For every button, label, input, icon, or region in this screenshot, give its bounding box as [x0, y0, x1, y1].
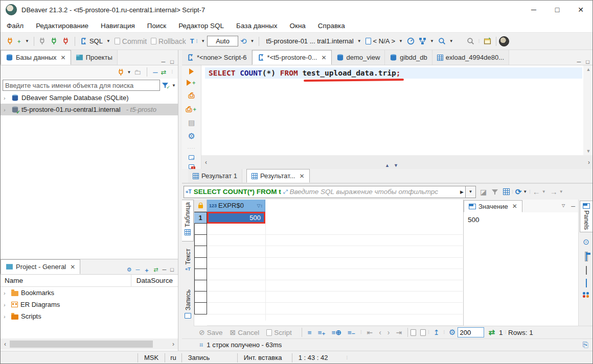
menu-edit[interactable]: Редактирование — [36, 22, 88, 30]
value-panel-toggle-icon[interactable] — [585, 252, 588, 261]
chevron-down-icon[interactable]: ▼ — [559, 189, 563, 194]
cancel-button[interactable]: ⊠ Cancel — [230, 328, 260, 336]
aggregate-panel-icon[interactable] — [586, 279, 587, 287]
save-filter-settings-icon[interactable] — [503, 188, 510, 195]
grouping-panel-icon[interactable]: ⊙ — [583, 237, 589, 247]
execute-script-new-button[interactable]: ⎙＋ — [186, 105, 197, 114]
view-menu-icon[interactable]: ⁞ — [171, 69, 173, 75]
tab-databases[interactable]: Базы данных ✕ — [1, 50, 71, 65]
add-row-icon[interactable]: ≡₊ — [318, 328, 326, 336]
first-row-icon[interactable]: ⇤ — [367, 328, 373, 336]
close-tab-icon[interactable]: ✕ — [321, 54, 326, 61]
connection-selector[interactable]: t5-prostore-01 ... tral1.internal ▼ — [264, 36, 363, 46]
expand-chevron-icon[interactable]: › — [4, 107, 9, 113]
selected-cell-value[interactable]: 500 — [207, 212, 265, 224]
close-button[interactable]: ✕ — [569, 1, 592, 18]
nav-back-icon[interactable]: ← — [533, 187, 540, 196]
fetch-size-input[interactable] — [458, 327, 484, 337]
dbeaver-perspective-icon[interactable] — [499, 36, 509, 46]
reconnect-button[interactable] — [49, 36, 60, 46]
filter-input[interactable]: «T SELECT COUNT(*) FROM t ⤢ Введите SQL … — [184, 186, 466, 198]
close-tab-icon[interactable]: ✕ — [61, 54, 66, 61]
menu-database[interactable]: База данных — [236, 22, 277, 30]
minimize-editor-icon[interactable]: ─ — [577, 59, 581, 65]
column-datasource[interactable]: DataSource — [131, 275, 178, 286]
prev-row-icon[interactable]: ‹ — [379, 328, 381, 336]
close-tab-icon[interactable]: ✕ — [512, 203, 517, 210]
minimize-panel-icon[interactable]: ─ — [162, 59, 166, 65]
auto-refresh-icon[interactable]: ⇄ — [488, 328, 495, 337]
tab-project-general[interactable]: Project - General ✕ — [1, 259, 80, 274]
filter-history-dropdown[interactable]: ▼ — [466, 186, 476, 198]
tree-item-sample-database[interactable]: › DBeaver Sample Database (SQLite) — [1, 92, 178, 104]
delete-row-icon[interactable]: ≡₋ — [348, 328, 355, 336]
value-content[interactable]: 500 — [464, 212, 578, 227]
object-search-input[interactable] — [3, 80, 160, 91]
sash-down-icon[interactable]: ▼ — [394, 163, 398, 168]
scroll-left-icon[interactable]: ‹ — [1, 341, 10, 348]
quick-search-button[interactable] — [465, 36, 476, 46]
caret-position-indicator[interactable]: 1 : 43 : 42 — [292, 354, 334, 361]
tab-exload[interactable]: exload_4994de80... — [432, 50, 509, 65]
save-button[interactable]: ⊘ Save — [199, 328, 223, 336]
fetch-page-icon[interactable] — [410, 329, 416, 336]
tab-demo-view[interactable]: demo_view — [332, 50, 385, 65]
menu-navigate[interactable]: Навигация — [101, 22, 135, 30]
erase-filter-icon[interactable]: ◪ — [480, 188, 487, 196]
maximize-editor-icon[interactable]: □ — [586, 59, 589, 65]
output-toggle-icon[interactable]: ⎘ — [583, 341, 593, 349]
execute-script-button[interactable]: ⎙ — [188, 91, 194, 100]
fetch-all-icon[interactable] — [420, 329, 426, 336]
scroll-down-icon[interactable]: ▼ — [583, 149, 593, 154]
transaction-history-button[interactable]: ⟲ ▼ — [238, 36, 257, 47]
open-perspective-button[interactable] — [482, 36, 493, 46]
panel-dropdown-icon[interactable]: ▽ — [562, 203, 565, 209]
rollback-button[interactable]: Rollback — [149, 36, 188, 46]
er-diagram-button[interactable]: ▼ — [417, 36, 436, 46]
minimize-panel-icon[interactable]: ─ — [163, 266, 167, 274]
edit-row-icon[interactable]: ≡ — [308, 329, 312, 336]
new-connection-small-button[interactable]: ▼ — [118, 68, 131, 76]
gear-icon[interactable]: ⚙ — [188, 131, 195, 141]
maximize-panel-icon[interactable]: □ — [170, 59, 174, 65]
commit-mode-button[interactable]: Auto — [207, 36, 238, 46]
explain-plan-button[interactable]: ▤ — [188, 118, 195, 127]
sql-editor[interactable]: SELECT COUNT(*) FROM test_upload_data.tr… — [201, 65, 583, 155]
scroll-up-icon[interactable]: ▲ — [583, 65, 593, 72]
script-button[interactable]: Script — [266, 329, 292, 336]
tab-panels[interactable]: Panels — [580, 201, 593, 232]
sash-up-icon[interactable]: ▲ — [385, 163, 390, 168]
connect-button[interactable] — [37, 36, 49, 46]
expand-filter-icon[interactable]: ⤢ — [283, 188, 288, 195]
tree-item-scripts[interactable]: › Scripts — [1, 310, 178, 322]
execute-statement-button[interactable] — [189, 68, 194, 75]
tab-script-6[interactable]: *<none> Script-6 — [182, 50, 252, 65]
export-results-icon[interactable]: ↥ — [434, 328, 440, 336]
last-row-icon[interactable]: ⇥ — [396, 328, 402, 336]
maximize-panel-icon[interactable]: □ — [170, 266, 174, 274]
tab-result-1[interactable]: Результат 1 — [188, 169, 242, 183]
tab-projects[interactable]: Проекты — [71, 50, 118, 65]
references-panel-icon[interactable] — [583, 292, 589, 298]
chevron-down-icon[interactable]: ▼ — [172, 83, 176, 88]
nav-forward-icon[interactable]: → — [550, 187, 558, 196]
expand-chevron-icon[interactable]: › — [4, 95, 9, 101]
results-grid[interactable]: 123 EXPR$0 ▽↕ 1 500 — [194, 200, 463, 326]
menu-sql-editor[interactable]: Редактор SQL — [178, 22, 224, 30]
close-tab-icon[interactable]: ✕ — [70, 263, 75, 271]
dashboard-button[interactable] — [405, 36, 417, 46]
tree-item-er-diagrams[interactable]: › ER Diagrams — [1, 299, 178, 310]
collapse-all-icon[interactable]: ─ — [153, 68, 157, 76]
project-horizontal-scrollbar[interactable]: ‹ › — [1, 338, 178, 350]
column-filter-sort-icon[interactable]: ▽↕ — [257, 203, 263, 208]
new-folder-button[interactable]: 🗀 — [134, 68, 141, 76]
tab-result-2[interactable]: Результат... ✕ — [246, 169, 310, 183]
tab-gibdd-db[interactable]: gibdd_db — [385, 50, 432, 65]
chevron-down-icon[interactable]: ▼ — [523, 189, 527, 194]
object-search-button[interactable]: ▼ — [436, 36, 455, 46]
menu-window[interactable]: Окна — [289, 22, 305, 30]
tab-text-view[interactable]: Текст «T — [182, 247, 194, 282]
maximize-button[interactable]: □ — [545, 1, 569, 18]
schema-selector[interactable]: < N/A > ▼ — [363, 36, 405, 46]
next-row-icon[interactable]: › — [387, 328, 390, 336]
